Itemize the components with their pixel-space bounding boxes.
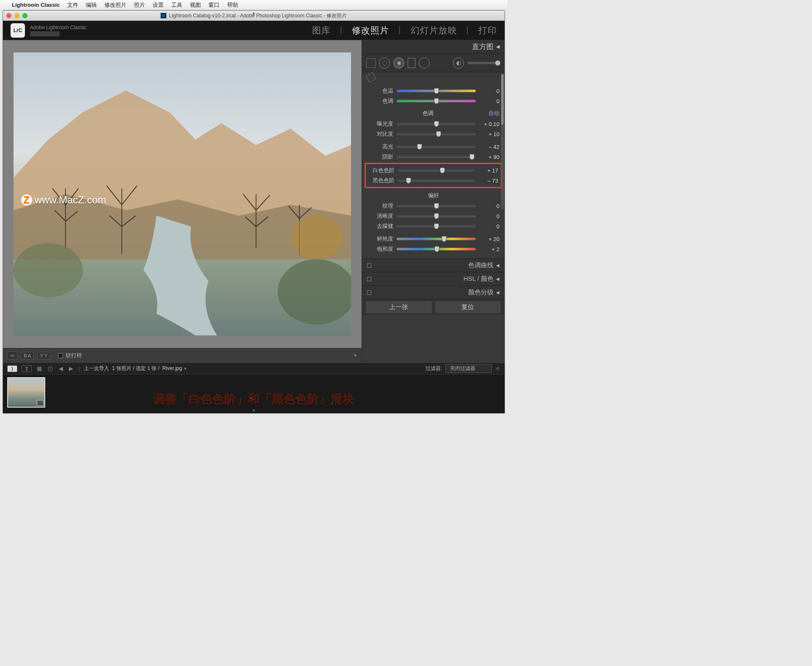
tint-slider[interactable]: 色调 0 <box>367 96 499 106</box>
temp-value[interactable]: 0 <box>479 88 499 94</box>
spot-removal-tool-icon[interactable]: ◌ <box>379 58 390 69</box>
white-balance-dropper-icon[interactable] <box>366 72 376 83</box>
vibrance-value[interactable]: + 20 <box>479 236 499 242</box>
whites-value[interactable]: + 17 <box>478 167 498 174</box>
texture-value[interactable]: 0 <box>479 203 499 209</box>
compare-view-icon[interactable]: ◫ <box>47 365 54 372</box>
saturation-label: 饱和度 <box>367 245 393 253</box>
whites-blacks-highlight: 白色色阶 + 17 黑色色阶 – 73 <box>365 163 502 188</box>
zoom-window-button[interactable] <box>22 13 27 18</box>
grid-view-icon[interactable]: ▦ <box>36 365 43 372</box>
clarity-value[interactable]: 0 <box>479 213 499 219</box>
whites-slider[interactable]: 白色色阶 + 17 <box>366 165 501 175</box>
dehaze-value[interactable]: 0 <box>479 223 499 230</box>
menu-app-name[interactable]: Lightroom Classic <box>12 2 60 8</box>
collapse-triangle-icon[interactable]: ◀ <box>496 290 499 295</box>
develop-right-panel: 直方图 ◀ ◌ ◉ ◐ <box>362 40 505 362</box>
blacks-value[interactable]: – 73 <box>478 178 498 184</box>
annotation-caption: 调整「白色色阶」和「黑色色阶」滑块 <box>153 391 354 407</box>
shadows-slider[interactable]: 阴影 + 90 <box>367 152 499 162</box>
auto-tone-button[interactable]: 自动 <box>488 110 499 117</box>
tone-curve-panel-header[interactable]: 色调曲线 ◀ <box>362 258 505 272</box>
contrast-slider[interactable]: 对比度 + 10 <box>367 129 499 139</box>
module-library[interactable]: 图库 <box>312 25 331 36</box>
top-panel-handle-icon[interactable]: ▲ <box>252 11 256 15</box>
filmstrip-thumbnail[interactable]: 1 <box>7 377 45 408</box>
view-before-after-tb-button[interactable]: Y Y <box>37 352 50 359</box>
menu-file[interactable]: 文件 <box>67 1 78 9</box>
filter-select[interactable]: 关闭过滤器 <box>445 364 492 373</box>
view-one-button[interactable]: 1 <box>7 365 17 372</box>
brush-tool-icon[interactable]: ◐ <box>453 58 464 69</box>
module-develop[interactable]: 修改照片 <box>352 25 389 36</box>
mask-strength-slider[interactable] <box>467 62 500 64</box>
bottom-panel-handle-icon[interactable]: ▼ <box>252 408 256 413</box>
saturation-value[interactable]: + 2 <box>479 246 499 252</box>
close-window-button[interactable] <box>6 13 11 18</box>
panel-toggle-icon[interactable] <box>367 291 371 295</box>
nav-forward-icon[interactable]: ▶ <box>68 365 74 372</box>
highlights-label: 高光 <box>367 143 393 151</box>
contrast-value[interactable]: + 10 <box>479 131 499 137</box>
highlights-value[interactable]: – 42 <box>479 144 499 150</box>
menu-develop[interactable]: 修改照片 <box>104 1 126 9</box>
redeye-tool-icon[interactable]: ◉ <box>393 58 404 69</box>
color-grading-panel-header[interactable]: 颜色分级 ◀ <box>362 285 505 299</box>
menu-photo[interactable]: 照片 <box>134 1 145 9</box>
soft-proof-toggle[interactable]: 软打样 <box>58 352 82 359</box>
radial-filter-tool-icon[interactable] <box>419 58 430 69</box>
app-logo: LrC <box>11 23 25 38</box>
histogram-panel-header[interactable]: 直方图 ◀ <box>362 40 505 54</box>
filter-lock-icon[interactable]: ⎋ <box>495 365 500 372</box>
dehaze-slider[interactable]: 去朦胧 0 <box>367 221 499 231</box>
hsl-panel-header[interactable]: HSL / 颜色 ◀ <box>362 272 505 285</box>
menu-tools[interactable]: 工具 <box>171 1 182 9</box>
minimize-window-button[interactable] <box>14 13 19 18</box>
checkbox-icon[interactable] <box>58 353 63 358</box>
panel-toggle-icon[interactable] <box>367 277 371 281</box>
view-before-after-lr-button[interactable]: B A <box>21 352 34 359</box>
panel-toggle-icon[interactable] <box>367 263 371 268</box>
breadcrumb-source[interactable]: 上一次导入 <box>84 365 109 371</box>
loupe-toolbar: ▭ B A Y Y 软打样 ▼ <box>3 348 362 362</box>
watermark-logo-icon: Z <box>21 195 32 206</box>
temp-slider[interactable]: 色温 0 <box>367 86 499 96</box>
hsl-label: HSL / 颜色 <box>464 275 494 283</box>
menu-settings[interactable]: 设置 <box>153 1 164 9</box>
menu-edit[interactable]: 编辑 <box>86 1 97 9</box>
soft-proof-label: 软打样 <box>66 352 82 359</box>
view-loupe-button[interactable]: ▭ <box>7 351 17 359</box>
collapse-triangle-icon[interactable]: ◀ <box>496 44 499 49</box>
tint-value[interactable]: 0 <box>479 98 499 104</box>
photo-preview[interactable]: Z www.MacZ.com <box>14 52 351 335</box>
reset-button[interactable]: 复位 <box>436 301 501 313</box>
breadcrumb-filename[interactable]: River.jpg <box>162 365 182 371</box>
texture-slider[interactable]: 纹理 0 <box>367 201 499 211</box>
saturation-slider[interactable]: 饱和度 + 2 <box>367 244 499 254</box>
previous-photo-button[interactable]: 上一张 <box>366 301 431 313</box>
exposure-value[interactable]: + 0.10 <box>479 121 499 127</box>
vibrance-slider[interactable]: 鲜艳度 + 20 <box>367 234 499 244</box>
menu-help[interactable]: 帮助 <box>227 1 238 9</box>
crop-tool-icon[interactable] <box>366 58 376 68</box>
breadcrumb-dropdown-icon[interactable]: ▼ <box>184 367 187 371</box>
graduated-filter-tool-icon[interactable] <box>408 58 415 68</box>
menu-view[interactable]: 视图 <box>190 1 201 9</box>
collapse-triangle-icon[interactable]: ◀ <box>496 263 499 268</box>
shadows-value[interactable]: + 90 <box>479 154 499 160</box>
right-panel-scrollbar[interactable] <box>501 74 504 209</box>
filmstrip[interactable]: 1 调整「白色色阶」和「黑色色阶」滑块 <box>3 374 505 413</box>
exposure-slider[interactable]: 曝光度 + 0.10 <box>367 119 499 129</box>
toolbar-collapse-icon[interactable]: ▼ <box>353 353 357 358</box>
module-print[interactable]: 打印 <box>478 25 497 36</box>
nav-back-icon[interactable]: ◀ <box>58 365 64 372</box>
highlights-slider[interactable]: 高光 – 42 <box>367 142 499 152</box>
body-area: ▶ <box>3 40 505 362</box>
clarity-slider[interactable]: 清晰度 0 <box>367 211 499 221</box>
loupe-canvas[interactable]: Z www.MacZ.com <box>3 40 362 348</box>
view-two-button[interactable]: 2 <box>22 365 32 372</box>
blacks-slider[interactable]: 黑色色阶 – 73 <box>366 175 501 186</box>
module-slideshow[interactable]: 幻灯片放映 <box>411 25 457 36</box>
menu-window[interactable]: 窗口 <box>208 1 219 9</box>
collapse-triangle-icon[interactable]: ◀ <box>496 277 499 281</box>
